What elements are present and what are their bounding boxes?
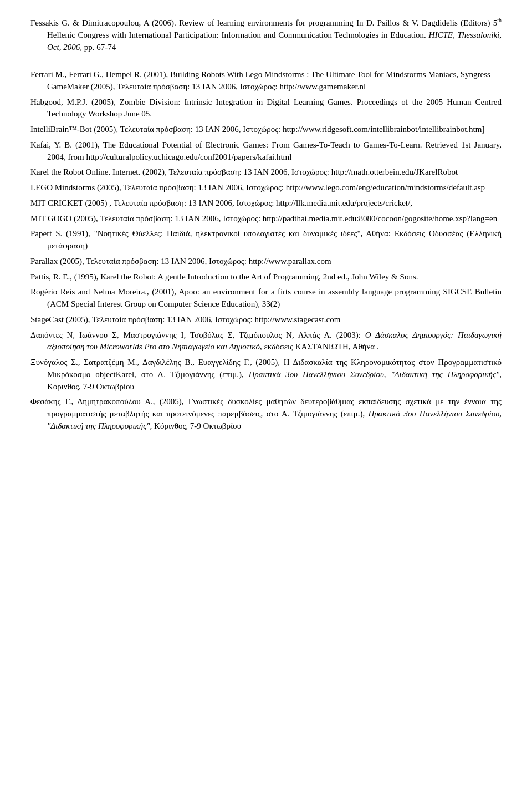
ref-papert: Papert S. (1991), "Νοητικές Θύελλες: Παι… <box>30 228 502 252</box>
ref-lego: LEGO Mindstorms (2005), Τελευταία πρόσβα… <box>30 182 502 194</box>
ref-intellibrain: IntelliBrain™-Bot (2005), Τελευταία πρόσ… <box>30 124 502 136</box>
ref-habgood: Habgood, M.P.J. (2005), Zombie Division:… <box>30 96 502 121</box>
ref-pattis: Pattis, R. E., (1995), Karel the Robot: … <box>30 271 502 283</box>
ref-karel: Karel the Robot Online. Internet. (2002)… <box>30 166 502 179</box>
ref-dapontes: Δαπόντες Ν, Ιωάννου Σ, Μαστρογιάννης Ι, … <box>30 329 502 354</box>
ref-stagecast: StageCast (2005), Τελευταία πρόσβαση: 13… <box>30 314 502 326</box>
ref-mit-cricket: MIT CRICKET (2005) , Τελευταία πρόσβαση:… <box>30 197 502 210</box>
ref-fessakis: Fessakis G. & Dimitracopoulou, A (2006).… <box>30 17 502 53</box>
page-content: Fessakis G. & Dimitracopoulou, A (2006).… <box>30 17 502 433</box>
ref-ferrari: Ferrari M., Ferrari G., Hempel R. (2001)… <box>30 69 502 93</box>
ref-ksynogalos: Ξυνόγαλος Σ., Σατρατζέμη Μ., Δαγδιλέλης … <box>30 357 502 393</box>
ref-kafai: Kafai, Y. B. (2001), The Educational Pot… <box>30 139 502 164</box>
ref-fesakis: Φεσάκης Γ., Δημητρακοπούλου Α., (2005), … <box>30 396 502 432</box>
ref-parallax: Parallax (2005), Τελευταία πρόσβαση: 13 … <box>30 256 502 268</box>
ref-rogerio: Rogério Reis and Nelma Moreira., (2001),… <box>30 286 502 311</box>
ref-mit-gogo: MIT GOGO (2005), Τελευταία πρόσβαση: 13 … <box>30 213 502 225</box>
